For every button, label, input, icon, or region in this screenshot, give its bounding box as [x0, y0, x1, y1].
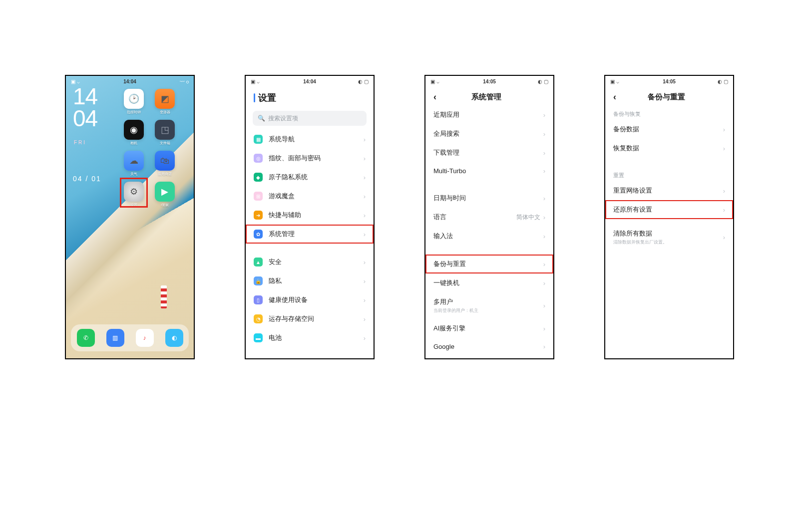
row-google[interactable]: Google› [425, 338, 553, 355]
row-label: 多用户 [433, 297, 543, 306]
app-icon-camera[interactable]: ◉ [124, 120, 144, 140]
row-multi-turbo[interactable]: Multi-Turbo› [425, 162, 553, 180]
app-label-camera: 相机 [119, 141, 149, 146]
app-icon-weather[interactable]: ☁ [124, 151, 144, 171]
chevron-right-icon: › [723, 206, 725, 214]
dock-icon-phone[interactable]: ✆ [77, 329, 95, 347]
phone-icon: ▯ [254, 295, 263, 304]
dock-icon-browser[interactable]: ◐ [165, 329, 183, 347]
chevron-right-icon: › [364, 193, 366, 200]
row-security[interactable]: ▲安全› [246, 253, 374, 271]
chevron-right-icon: › [723, 145, 725, 152]
row-reset-network[interactable]: 重置网络设置› [605, 181, 733, 200]
row-atom-privacy[interactable]: ◆原子隐私系统› [246, 168, 374, 187]
sysmgmt-list: 近期应用› 全局搜索› 下载管理› Multi-Turbo› 日期与时间› 语言… [425, 105, 553, 355]
row-label: 还原所有设置 [613, 205, 723, 214]
row-reset-all-settings[interactable]: 还原所有设置› [605, 200, 733, 219]
section-header-backup: 备份与恢复 [605, 105, 733, 120]
header-row: ‹ 备份与重置 [605, 87, 733, 105]
row-phone-clone[interactable]: 一键换机› [425, 273, 553, 292]
nav-icon: ▦ [254, 135, 263, 144]
row-recent-apps[interactable]: 近期应用› [425, 105, 553, 124]
dock-icon-files[interactable]: ▥ [106, 329, 124, 347]
title-accent [254, 93, 255, 102]
row-label: 快捷与辅助 [269, 211, 364, 220]
status-bar: ▣ ⌵ 14:04 ◐ ▢ [246, 76, 374, 87]
page-title: 设置 [258, 92, 276, 104]
chevron-right-icon: › [543, 279, 545, 287]
row-shortcuts[interactable]: ➜快捷与辅助› [246, 206, 374, 225]
row-subtitle: 清除数据并恢复出厂设置。 [613, 239, 723, 246]
row-value: 简体中文 [516, 213, 540, 222]
row-health[interactable]: ▯健康使用设备› [246, 290, 374, 309]
row-multi-user[interactable]: 多用户 当前登录的用户：机主 › [425, 292, 553, 319]
app-label-box: 文件箱 [150, 141, 180, 146]
row-backup-reset[interactable]: 备份与重置› [425, 255, 553, 273]
chevron-right-icon: › [543, 302, 545, 309]
row-global-search[interactable]: 全局搜索› [425, 124, 553, 143]
row-ai-engine[interactable]: AI服务引擎› [425, 319, 553, 338]
row-language[interactable]: 语言简体中文› [425, 208, 553, 227]
row-restore-data[interactable]: 恢复数据› [605, 139, 733, 158]
row-storage[interactable]: ◔运存与存储空间› [246, 309, 374, 328]
app-icon-box[interactable]: ◳ [155, 120, 175, 140]
row-erase-all-data[interactable]: 清除所有数据 清除数据并恢复出厂设置。 › [605, 224, 733, 251]
chevron-right-icon: › [543, 343, 545, 350]
app-icon-store[interactable]: 🛍 [155, 151, 175, 171]
search-input[interactable]: 🔍 搜索设置项 [253, 111, 367, 126]
row-label: 系统管理 [269, 230, 364, 239]
battery-icon: ▬ [254, 333, 263, 342]
row-label: 指纹、面部与密码 [269, 154, 364, 163]
row-battery[interactable]: ▬电池› [246, 328, 374, 347]
clock-date: 04 / 01 [73, 175, 101, 183]
app-label-weather: 天气 [119, 172, 149, 177]
settings-body: 设置 🔍 搜索设置项 ▦系统导航› ◎指纹、面部与密码› ◆原子隐私系统› ⊞游… [246, 87, 374, 358]
dock-icon-music[interactable]: ♪ [136, 329, 154, 347]
row-download-manager[interactable]: 下载管理› [425, 143, 553, 162]
row-label: Multi-Turbo [433, 167, 543, 175]
app-icon-settings[interactable]: ⚙ [124, 182, 144, 202]
header-row: ‹ 系统管理 [425, 87, 553, 105]
search-placeholder: 搜索设置项 [268, 114, 298, 123]
page-title: 系统管理 [427, 92, 545, 102]
row-label: 语言 [433, 213, 516, 222]
gear-icon: ✿ [254, 230, 263, 239]
row-label: 运存与存储空间 [269, 314, 364, 323]
status-bar: ▣ ⌵ 14:04 〰 ▢ [66, 76, 194, 87]
row-label: 游戏魔盒 [269, 192, 364, 201]
chevron-right-icon: › [364, 315, 366, 323]
row-label: 输入法 [433, 232, 543, 241]
row-gamebox[interactable]: ⊞游戏魔盒› [246, 187, 374, 206]
row-privacy[interactable]: 🔒隐私› [246, 271, 374, 290]
section-gap [425, 180, 553, 189]
row-backup-data[interactable]: 备份数据› [605, 120, 733, 139]
chevron-right-icon: › [364, 231, 366, 238]
row-label: 日期与时间 [433, 194, 543, 203]
phone-backup-reset: ▣ ⌵ 14:05 ◐ ▢ ‹ 备份与重置 备份与恢复 备份数据› 恢复数据› … [604, 75, 734, 359]
page-title: 备份与重置 [607, 92, 725, 102]
app-icon-cube[interactable]: ◩ [155, 89, 175, 109]
chevron-right-icon: › [543, 214, 545, 221]
wallpaper-lighthouse [161, 285, 167, 308]
section-gap [605, 158, 733, 167]
clock-day: FRI [74, 140, 86, 145]
settings-list: ▦系统导航› ◎指纹、面部与密码› ◆原子隐私系统› ⊞游戏魔盒› ➜快捷与辅助… [246, 130, 374, 347]
lockscreen-clock: 14 04 [73, 86, 97, 129]
row-datetime[interactable]: 日期与时间› [425, 189, 553, 208]
chevron-right-icon: › [723, 126, 725, 133]
section-header-reset: 重置 [605, 167, 733, 181]
chevron-right-icon: › [723, 187, 725, 195]
backup-body: ‹ 备份与重置 备份与恢复 备份数据› 恢复数据› 重置 重置网络设置› 还原所… [605, 87, 733, 358]
row-system-management[interactable]: ✿系统管理› [246, 225, 374, 244]
row-system-navigation[interactable]: ▦系统导航› [246, 130, 374, 149]
row-fingerprint[interactable]: ◎指纹、面部与密码› [246, 149, 374, 168]
app-icon-imanager[interactable]: ▶ [155, 182, 175, 202]
row-label: 恢复数据 [613, 144, 723, 153]
row-ime[interactable]: 输入法› [425, 227, 553, 246]
app-icon-clock[interactable]: 🕑 [124, 89, 144, 109]
arrow-icon: ➜ [254, 211, 263, 220]
section-gap [246, 244, 374, 253]
row-label: 原子隐私系统 [269, 173, 364, 182]
app-label-cube: 变形器 [150, 110, 180, 115]
status-time: 14:05 [425, 79, 553, 84]
